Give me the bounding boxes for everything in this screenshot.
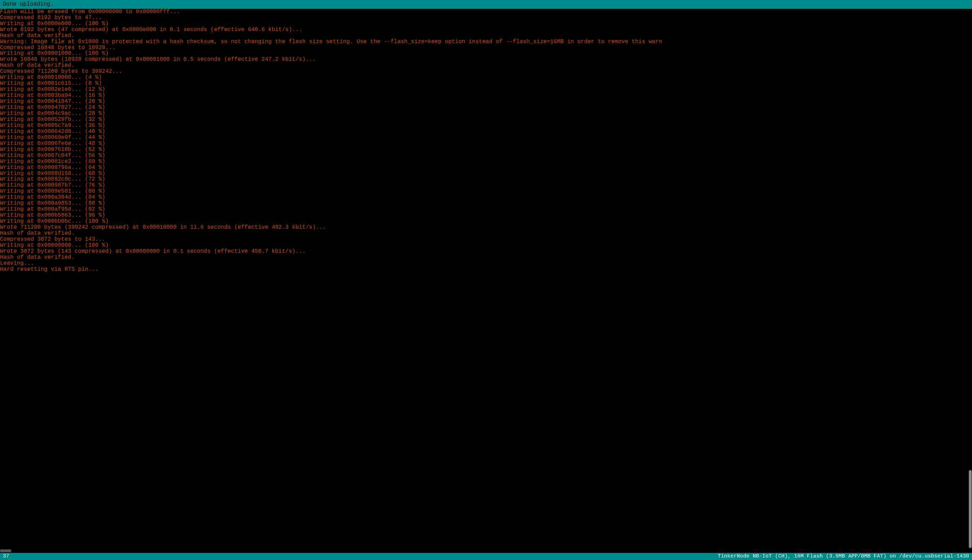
horizontal-scrollbar-thumb[interactable] <box>0 549 11 552</box>
output-line: Writing at 0x00008000... (100 %) <box>0 243 972 248</box>
output-line: Wrote 3072 bytes (143 compressed) at 0x0… <box>0 248 972 255</box>
output-line: Writing at 0x0000e000... (100 %) <box>0 21 972 27</box>
output-line: Writing at 0x0009e501... (80 %) <box>0 188 972 195</box>
output-line: Leaving... <box>0 260 972 267</box>
output-line: Writing at 0x000b5863... (96 %) <box>0 212 972 218</box>
output-line: Writing at 0x000642d8... (40 %) <box>0 129 972 135</box>
title-bar: Done uploading. <box>0 0 972 9</box>
status-line-number: 37 <box>3 553 9 559</box>
output-line: Writing at 0x0008796a... (64 %) <box>0 165 972 171</box>
output-line: Wrote 711200 bytes (399242 compressed) a… <box>0 225 972 230</box>
output-line: Writing at 0x000a9853... (88 %) <box>0 200 972 207</box>
output-line: Flash will be erased from 0x00008000 to … <box>0 9 972 15</box>
output-line: Compressed 16848 bytes to 10928... <box>0 45 972 51</box>
output-line: Writing at 0x0001c615... (8 %) <box>0 81 972 87</box>
output-line: Writing at 0x00041847... (20 %) <box>0 98 972 105</box>
output-line: Writing at 0x00010000... (4 %) <box>0 75 972 81</box>
output-line: Hash of data verified. <box>0 63 972 68</box>
output-line: Wrote 8192 bytes (47 compressed) at 0x00… <box>0 27 972 33</box>
output-line: Writing at 0x0003ba94... (16 %) <box>0 93 972 98</box>
output-line: Wrote 16848 bytes (10928 compressed) at … <box>0 57 972 63</box>
terminal-output[interactable]: Flash will be erased from 0x00008000 to … <box>0 9 972 549</box>
output-line: Writing at 0x0007610b... (52 %) <box>0 147 972 153</box>
output-line: Hash of data verified. <box>0 230 972 237</box>
horizontal-scrollbar[interactable] <box>0 549 972 553</box>
vertical-scrollbar[interactable] <box>969 11 972 549</box>
output-line: Writing at 0x0007c04f... (56 %) <box>0 153 972 159</box>
output-line: Hash of data verified. <box>0 255 972 260</box>
output-line: Compressed 711200 bytes to 399242... <box>0 68 972 75</box>
output-line: Writing at 0x00001000... (100 %) <box>0 50 972 57</box>
output-line: Writing at 0x00081ce2... (60 %) <box>0 159 972 165</box>
output-line: Writing at 0x00047027... (24 %) <box>0 105 972 111</box>
output-line: Writing at 0x0005c7a9... (36 %) <box>0 123 972 129</box>
status-board-info: TinkerNode NB-IoT (CH), 16M Flash (3.9MB… <box>718 553 969 559</box>
output-line: Writing at 0x000a394d... (84 %) <box>0 195 972 200</box>
output-line: Writing at 0x000af95d... (92 %) <box>0 207 972 212</box>
output-line: Writing at 0x0008d158... (68 %) <box>0 171 972 177</box>
status-bar: 37 TinkerNode NB-IoT (CH), 16M Flash (3.… <box>0 553 972 560</box>
output-line: Hard resetting via RTS pin... <box>0 267 972 273</box>
output-line: Writing at 0x000529fb... (32 %) <box>0 117 972 123</box>
vertical-scrollbar-thumb[interactable] <box>969 470 972 548</box>
output-line: Writing at 0x00092c0c... (72 %) <box>0 177 972 182</box>
output-line: Writing at 0x00069e9f... (44 %) <box>0 135 972 141</box>
output-line: Warning: Image file at 0x1000 is protect… <box>0 39 972 45</box>
output-line: Compressed 3072 bytes to 143... <box>0 237 972 243</box>
title-text: Done uploading. <box>3 1 54 7</box>
output-line: Writing at 0x000bb0bc... (100 %) <box>0 218 972 225</box>
output-line: Writing at 0x0006fe6e... (48 %) <box>0 141 972 147</box>
output-line: Hash of data verified. <box>0 33 972 39</box>
output-line: Writing at 0x000987b7... (76 %) <box>0 182 972 188</box>
output-line: Writing at 0x0002e1e0... (12 %) <box>0 87 972 93</box>
output-line: Writing at 0x0004c9ac... (28 %) <box>0 111 972 117</box>
output-line: Compressed 8192 bytes to 47... <box>0 15 972 21</box>
